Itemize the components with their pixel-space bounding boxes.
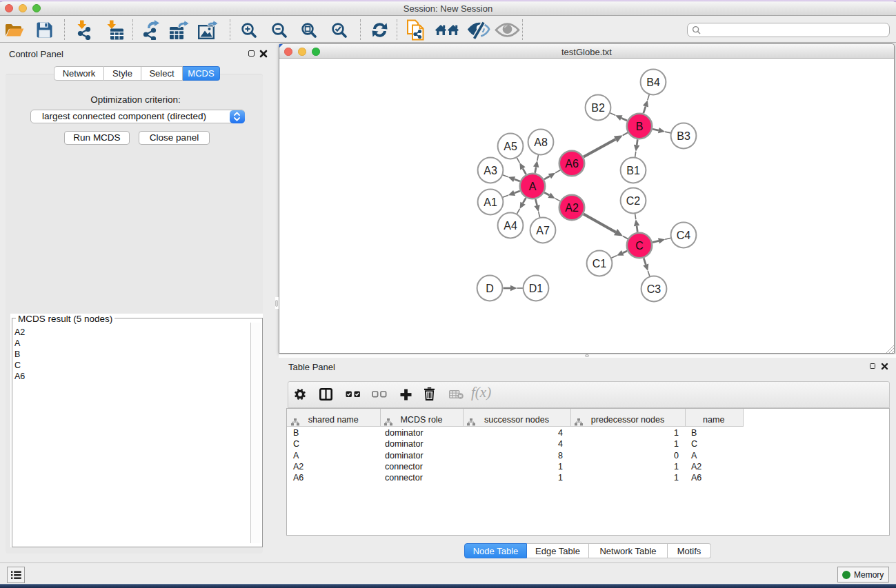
svg-text:C3: C3: [647, 283, 661, 295]
svg-text:A3: A3: [484, 165, 497, 176]
svg-text:A5: A5: [504, 141, 517, 152]
svg-text:A6: A6: [565, 158, 579, 170]
svg-text:C1: C1: [593, 258, 607, 270]
svg-text:A7: A7: [536, 225, 550, 236]
svg-text:A1: A1: [484, 196, 497, 208]
svg-text:C4: C4: [677, 230, 691, 241]
svg-text:B2: B2: [591, 102, 605, 114]
svg-text:C2: C2: [626, 195, 641, 207]
svg-text:B4: B4: [646, 77, 660, 88]
svg-text:A: A: [529, 181, 537, 192]
svg-text:A4: A4: [504, 220, 517, 232]
svg-text:A2: A2: [565, 202, 579, 214]
svg-text:B3: B3: [677, 130, 690, 142]
svg-text:C: C: [635, 240, 644, 252]
svg-text:D: D: [486, 283, 494, 294]
svg-text:B1: B1: [626, 165, 640, 176]
svg-text:D1: D1: [529, 283, 544, 294]
svg-text:A8: A8: [534, 136, 548, 148]
svg-text:B: B: [636, 121, 644, 132]
